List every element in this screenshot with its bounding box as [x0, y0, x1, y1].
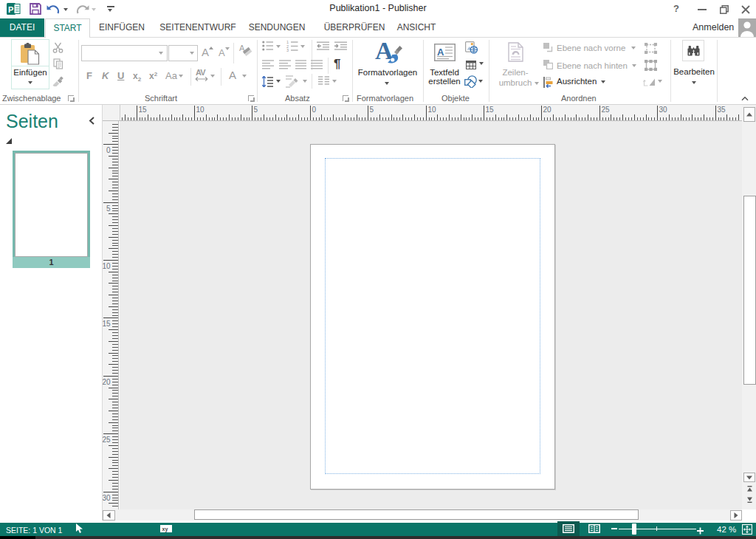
- svg-text:15: 15: [486, 106, 495, 114]
- svg-text:15: 15: [139, 106, 148, 114]
- svg-text:5: 5: [254, 106, 258, 114]
- svg-text:5: 5: [370, 106, 374, 114]
- svg-text:10: 10: [428, 106, 437, 114]
- svg-text:A: A: [437, 47, 444, 58]
- svg-text:10: 10: [103, 262, 111, 270]
- svg-text:30: 30: [659, 106, 668, 114]
- svg-text:35: 35: [718, 106, 726, 114]
- svg-text:20: 20: [103, 378, 111, 386]
- svg-text:5: 5: [106, 205, 111, 213]
- svg-text:20: 20: [543, 106, 552, 114]
- svg-text:3: 3: [286, 48, 289, 52]
- svg-text:0: 0: [106, 146, 111, 154]
- svg-text:0: 0: [312, 106, 317, 114]
- svg-text:25: 25: [103, 436, 111, 444]
- svg-text:25: 25: [602, 106, 611, 114]
- svg-text:30: 30: [103, 494, 111, 502]
- svg-text:15: 15: [103, 320, 111, 328]
- svg-text:10: 10: [196, 106, 205, 114]
